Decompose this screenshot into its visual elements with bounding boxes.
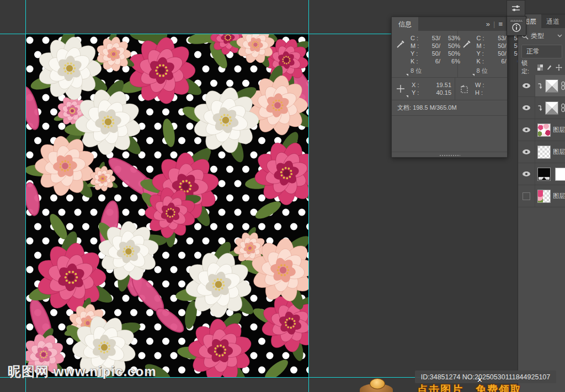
promo-text-left: 点击图片 <box>417 383 463 392</box>
transform-box-icon <box>460 81 471 96</box>
lock-paint-brush-icon[interactable] <box>546 64 552 71</box>
layer-row[interactable] <box>518 75 565 97</box>
layer-name[interactable]: 图层 <box>553 126 565 134</box>
layer-visibility-toggle[interactable] <box>518 75 535 96</box>
coordinate-row: Y :40.15 <box>412 89 451 96</box>
layer-thumbnail[interactable] <box>537 146 551 159</box>
floral-pattern-image <box>25 34 309 378</box>
layer-list: 图层图层图层 <box>518 75 565 207</box>
channel-value-row: C :53/53% <box>411 34 460 42</box>
hidden-layer-checkbox[interactable] <box>523 192 530 200</box>
layer-row[interactable]: 图层 <box>518 119 565 141</box>
mascot-head-icon <box>370 378 385 389</box>
lock-options-row: 锁定: <box>518 60 565 75</box>
tab-channels[interactable]: 通道 <box>541 14 564 28</box>
eye-icon[interactable] <box>522 171 531 177</box>
eye-icon[interactable] <box>522 149 531 155</box>
link-icon[interactable] <box>561 81 565 90</box>
coordinate-row: X :19.51 <box>412 81 451 89</box>
color-readout-1: C :53/53%M :50/50%Y :50/50%K :6/6%8 位 <box>392 31 458 77</box>
clipping-mask-icon[interactable] <box>537 83 543 89</box>
panel-resize-grip[interactable] <box>392 152 507 157</box>
lock-transparency-icon[interactable] <box>537 65 543 71</box>
info-icon <box>511 23 521 33</box>
layer-mask-thumbnail[interactable] <box>555 168 565 181</box>
info-panel: 信息 » | ≡ C :53/53%M :50/50%Y :50/50%K : <box>391 17 508 158</box>
header-divider: | <box>493 20 495 28</box>
eye-icon[interactable] <box>522 83 531 89</box>
eyedropper-icon[interactable] <box>396 34 407 75</box>
layer-visibility-toggle[interactable] <box>518 119 535 141</box>
document-size-status: 文档: 198.5 M/365.0M <box>392 100 507 116</box>
watermark-text: 昵图网 www.nipic.com <box>8 363 156 380</box>
layer-visibility-toggle[interactable] <box>518 185 535 207</box>
guide-vertical-right <box>308 0 309 392</box>
document-canvas[interactable] <box>25 34 309 378</box>
cursor-position-readout: X :19.51Y :40.15 <box>392 78 455 100</box>
panel-menu-icon[interactable]: ≡ <box>498 20 503 28</box>
layer-visibility-toggle[interactable] <box>518 163 535 185</box>
chevron-down-icon[interactable] <box>557 34 562 37</box>
layer-thumbnail[interactable] <box>545 79 558 93</box>
layer-name[interactable]: 图层 <box>553 148 565 156</box>
channel-value-row: Y :50/50% <box>411 50 460 57</box>
coordinate-row: W : <box>475 81 515 89</box>
properties-panel-icon[interactable] <box>507 0 525 17</box>
filter-type-label[interactable]: 类型 <box>531 31 544 41</box>
collapse-panel-icon[interactable]: » <box>486 20 490 28</box>
crosshair-icon[interactable] <box>396 81 407 96</box>
channel-value-row: K :6/6% <box>411 57 460 65</box>
tab-info[interactable]: 信息 <box>392 17 418 31</box>
layer-thumbnail[interactable] <box>537 168 551 181</box>
eyedropper-icon[interactable] <box>462 34 473 75</box>
guide-vertical-left <box>25 0 26 392</box>
eye-icon[interactable] <box>522 105 531 111</box>
blend-mode-row: 正常 <box>518 44 565 60</box>
layer-thumbnail[interactable] <box>545 101 558 115</box>
coordinate-row: H : <box>475 89 515 96</box>
layer-thumbnail[interactable] <box>537 190 551 203</box>
clipping-mask-icon[interactable] <box>537 105 543 111</box>
bit-depth-label: 8 位 <box>411 67 460 75</box>
eye-icon[interactable] <box>522 127 531 133</box>
close-icon[interactable]: ✕ <box>477 376 483 384</box>
channel-value-row: M :50/50% <box>411 42 460 50</box>
color-readout-2: C :53/53%M :50/50%Y :50/50%K :6/6%8 位 <box>458 31 524 77</box>
photoshop-workspace: 信息 » | ≡ C :53/53%M :50/50%Y :50/50%K : <box>0 0 565 392</box>
info-panel-header: 信息 » | ≡ <box>392 17 507 31</box>
layer-name[interactable]: 图层 <box>553 192 565 200</box>
layer-row[interactable] <box>518 163 565 185</box>
sliders-icon <box>511 4 521 13</box>
layer-thumbnail[interactable] <box>537 123 551 137</box>
layer-row[interactable]: 图层 <box>518 141 565 163</box>
layers-panel: 图层 通道 类型 正常 锁定: <box>518 14 565 392</box>
lock-label: 锁定: <box>521 59 534 76</box>
info-panel-dock-icon[interactable] <box>507 16 526 36</box>
selection-size-readout: W :H : <box>455 78 518 100</box>
layer-row[interactable]: 图层 <box>518 185 565 207</box>
layer-visibility-toggle[interactable] <box>518 97 535 119</box>
link-icon[interactable] <box>561 103 565 112</box>
layer-visibility-toggle[interactable] <box>518 141 535 163</box>
promo-banner[interactable]: 点击图片 免费领取 ✕ <box>350 376 493 392</box>
dock-grip[interactable] <box>510 20 523 22</box>
lock-position-move-icon[interactable] <box>556 64 562 71</box>
blend-mode-select[interactable]: 正常 <box>521 45 562 58</box>
guide-horizontal-top <box>0 34 391 34</box>
layer-row[interactable] <box>518 97 565 119</box>
